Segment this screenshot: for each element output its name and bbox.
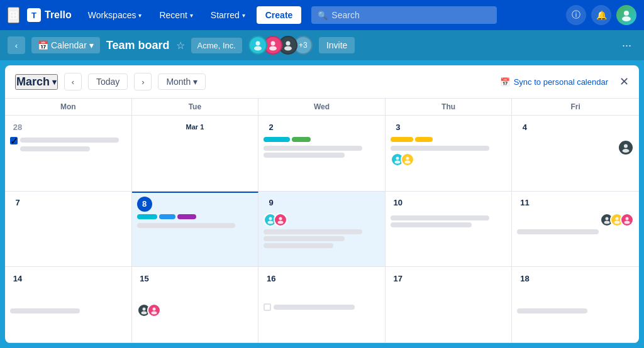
svg-point-8 [396, 157, 399, 160]
card-text-2 [20, 146, 90, 151]
workspaces-menu[interactable]: Workspaces ▾ [82, 6, 148, 24]
calendar-icon: 📅 [38, 40, 48, 50]
chip-yellow-1 [391, 137, 413, 142]
cell-fri-4[interactable]: 4 [512, 116, 639, 192]
cell-wed-9[interactable]: 9 [258, 192, 386, 268]
search-input[interactable] [311, 6, 497, 24]
cell-tue-8[interactable]: 8 [132, 192, 259, 268]
month-view-toggle[interactable]: Month ▾ [158, 73, 206, 90]
cell-fri-11[interactable]: 11 [512, 192, 639, 268]
chip-purple-1 [177, 214, 196, 219]
date-11: 11 [517, 195, 532, 210]
sync-icon: 📅 [500, 77, 510, 87]
next-month-button[interactable]: › [134, 73, 152, 90]
svg-point-7 [284, 46, 292, 51]
workspaces-chevron: ▾ [138, 12, 142, 19]
date-4: 4 [517, 119, 532, 134]
cell-mon-14[interactable]: 14 [5, 267, 132, 343]
card-text-13 [10, 308, 80, 313]
svg-point-22 [626, 217, 629, 220]
cell-tue-15[interactable]: 15 [132, 267, 259, 343]
svg-point-20 [616, 217, 619, 220]
recent-chevron: ▾ [190, 12, 193, 19]
month-selector[interactable]: March ▾ [15, 74, 58, 90]
grid-icon[interactable]: ⊞ [8, 7, 19, 23]
cell-wed-16[interactable]: 16 [258, 267, 386, 343]
trello-logo[interactable]: T Trello [27, 8, 72, 22]
card-check-row: ✓ [10, 137, 126, 144]
header-thu: Thu [386, 99, 513, 115]
member-avatar-1[interactable] [248, 36, 267, 55]
svg-point-18 [606, 217, 609, 220]
info-button[interactable]: ⓘ [566, 5, 586, 25]
user-avatar[interactable] [616, 5, 636, 25]
svg-point-6 [286, 41, 290, 46]
cell-mon-28[interactable]: 28 ✓ [5, 116, 132, 192]
card-row-chips [264, 137, 380, 144]
invite-button[interactable]: Invite [319, 37, 355, 53]
date-7: 7 [10, 195, 25, 210]
svg-point-23 [625, 220, 630, 224]
svg-point-0 [624, 11, 629, 16]
sync-calendar-button[interactable]: 📅 Sync to personal calendar [500, 77, 608, 87]
mini-avatar-fri4 [618, 139, 634, 156]
date-9: 9 [264, 195, 279, 210]
checkbox-checked: ✓ [10, 137, 18, 144]
mini-avatar-2 [401, 153, 414, 166]
month-chevron: ▾ [52, 77, 57, 87]
cell-wed-2[interactable]: 2 [258, 116, 386, 192]
chip-cyan-1 [264, 137, 290, 142]
view-chevron: ▾ [89, 40, 94, 50]
svg-point-3 [254, 46, 262, 51]
member-avatars: +3 [248, 36, 313, 55]
workspace-badge[interactable]: Acme, Inc. [191, 38, 242, 53]
board-navigation: ‹ 📅 Calendar ▾ Team board ☆ Acme, Inc. +… [0, 30, 644, 60]
card-text-3 [264, 146, 362, 151]
more-options-button[interactable]: ··· [617, 36, 636, 55]
notifications-button[interactable]: 🔔 [591, 5, 611, 25]
starred-menu[interactable]: Starred ▾ [204, 6, 252, 24]
today-button[interactable]: Today [88, 73, 128, 90]
mini-avatars-tue15 [137, 303, 253, 317]
svg-point-12 [624, 144, 628, 148]
card-text-5 [391, 146, 489, 151]
cell-thu-10[interactable]: 10 [386, 192, 513, 268]
mini-avatars-thu3 [391, 153, 507, 166]
calendar-days: 28 ✓ Mar 1 2 [5, 116, 639, 343]
cell-thu-3[interactable]: 3 [386, 116, 513, 192]
recent-menu[interactable]: Recent ▾ [153, 6, 199, 24]
svg-point-15 [268, 220, 274, 224]
date-mar1: Mar 1 [137, 119, 253, 134]
mini-avatars-fri4 [517, 139, 634, 156]
calendar-grid: Mon Tue Wed Thu Fri 28 ✓ Mar 1 [5, 99, 639, 343]
date-16: 16 [264, 271, 279, 286]
header-fri: Fri [512, 99, 639, 115]
date-10: 10 [391, 195, 406, 210]
mini-avatars-wed9 [264, 213, 380, 227]
create-button[interactable]: Create [257, 6, 302, 24]
top-navigation: ⊞ T Trello Workspaces ▾ Recent ▾ Starred… [0, 0, 644, 30]
board-title: Team board [106, 39, 170, 52]
cell-mon-7[interactable]: 7 [5, 192, 132, 268]
date-14: 14 [10, 271, 25, 286]
date-28: 28 [10, 119, 25, 134]
view-selector[interactable]: 📅 Calendar ▾ [31, 37, 100, 53]
cell-fri-18[interactable]: 18 [512, 267, 639, 343]
star-button[interactable]: ☆ [176, 40, 185, 52]
mini-avatar-fri11-3 [620, 213, 634, 227]
mini-avatar-tue15-2 [147, 303, 161, 317]
svg-point-9 [394, 161, 400, 164]
prev-month-button[interactable]: ‹ [64, 73, 82, 90]
calendar-container: March ▾ ‹ Today › Month ▾ 📅 Sync to pers… [5, 65, 639, 343]
chip-row-thu3 [391, 137, 507, 144]
chip-row-tue8 [137, 214, 253, 221]
sidebar-toggle[interactable]: ‹ [8, 36, 25, 54]
date-2: 2 [264, 119, 279, 134]
close-calendar-button[interactable]: ✕ [619, 75, 629, 89]
cell-tue-mar1[interactable]: Mar 1 [132, 116, 259, 192]
cell-thu-17[interactable]: 17 [386, 267, 513, 343]
card-text-9 [264, 243, 333, 248]
date-17: 17 [391, 271, 406, 286]
svg-point-11 [404, 161, 410, 164]
svg-point-1 [622, 16, 631, 21]
